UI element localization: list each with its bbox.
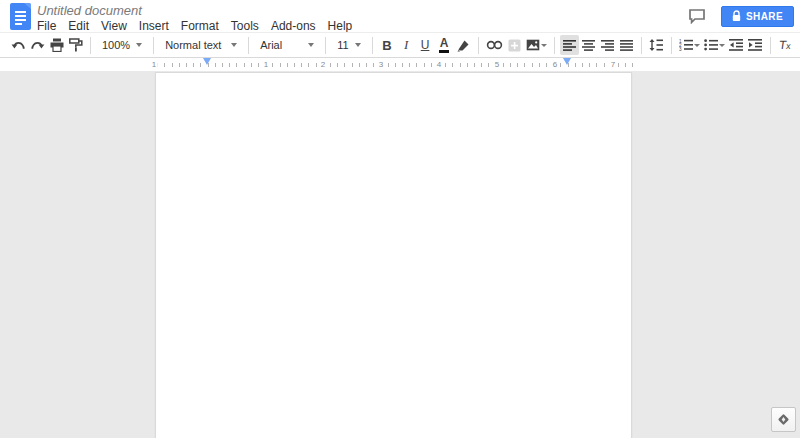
document-canvas [0,71,800,438]
toolbar-separator [641,37,642,54]
docs-logo-icon[interactable] [10,3,31,30]
chevron-down-icon [694,44,700,47]
ruler-scale: 1 1 2 3 4 5 6 7 [150,58,639,71]
chevron-down-icon [136,43,142,47]
align-center-button[interactable] [579,35,598,55]
editing-mode-select[interactable]: Editing [795,35,800,55]
ruler-number: 5 [493,59,501,70]
explore-button[interactable] [771,407,796,432]
toolbar-separator [478,37,479,54]
highlight-color-button[interactable] [454,35,473,55]
bold-icon: B [382,38,391,53]
underline-icon: U [421,38,430,52]
ruler-number: 1 [150,59,158,70]
ruler-number: 1 [262,59,270,70]
zoom-value: 100% [102,39,130,51]
toolbar-separator [248,37,249,54]
share-button-label: SHARE [746,11,783,22]
left-indent-marker[interactable] [203,58,211,65]
chevron-down-icon [719,44,725,47]
open-comments-button[interactable] [687,7,707,25]
numbered-list-icon: 1 2 3 [679,39,693,51]
increase-indent-button[interactable] [746,35,765,55]
text-color-icon: A [439,38,450,53]
zoom-select[interactable]: 100% [96,35,148,55]
print-icon [50,38,64,52]
underline-button[interactable]: U [416,35,435,55]
chevron-down-icon [308,43,314,47]
image-icon [526,39,540,51]
document-page[interactable] [155,72,632,438]
chevron-down-icon [231,43,237,47]
ruler[interactable]: 1 1 2 3 4 5 6 7 [0,58,800,71]
ruler-number: 3 [377,59,385,70]
paint-format-icon [69,38,83,52]
bulleted-list-button[interactable] [702,35,727,55]
toolbar-separator [153,37,154,54]
text-color-button[interactable]: A [435,35,454,55]
ruler-number: 4 [435,59,443,70]
increase-indent-icon [748,39,762,51]
line-spacing-icon [649,39,663,51]
chevron-down-icon [355,43,361,47]
clear-formatting-icon: Tx [778,38,792,52]
right-indent-marker[interactable] [563,58,571,65]
share-button[interactable]: SHARE [721,6,794,27]
toolbar-separator [770,37,771,54]
bold-button[interactable]: B [378,35,397,55]
numbered-list-button[interactable]: 1 2 3 [677,35,702,55]
paint-format-button[interactable] [66,35,85,55]
insert-comment-button[interactable] [505,35,524,55]
ruler-number: 7 [609,59,617,70]
align-left-button[interactable] [560,35,579,55]
italic-icon: I [404,37,408,53]
insert-image-button[interactable] [524,35,549,55]
toolbar: 100% Normal text Arial 11 B I U A [0,32,800,58]
title-bar: Untitled document File Edit View Insert … [0,0,800,32]
toolbar-separator [671,37,672,54]
toolbar-separator [90,37,91,54]
font-size-value: 11 [337,39,348,51]
decrease-indent-icon [729,39,743,51]
link-icon [486,40,503,50]
font-family-select[interactable]: Arial [254,35,320,55]
toolbar-separator [372,37,373,54]
ruler-number: 6 [551,59,559,70]
explore-icon [777,413,790,426]
undo-button[interactable] [9,35,28,55]
decrease-indent-button[interactable] [727,35,746,55]
toolbar-separator [325,37,326,54]
highlighter-icon [457,39,470,52]
clear-formatting-button[interactable]: Tx [776,35,795,55]
chevron-down-icon [541,44,547,47]
font-family-value: Arial [260,39,282,51]
google-docs-window: Untitled document File Edit View Insert … [0,0,800,438]
redo-icon [30,40,45,51]
align-left-icon [563,40,576,51]
align-right-button[interactable] [598,35,617,55]
paragraph-style-value: Normal text [165,39,221,51]
svg-text:3: 3 [679,47,682,51]
undo-icon [11,40,26,51]
redo-button[interactable] [28,35,47,55]
toolbar-separator [554,37,555,54]
insert-link-button[interactable] [484,35,505,55]
ruler-number: 2 [319,59,327,70]
line-spacing-button[interactable] [647,35,666,55]
lock-icon [732,10,741,22]
italic-button[interactable]: I [397,35,416,55]
comment-bubble-icon [688,8,706,24]
bulleted-list-icon [704,39,718,51]
justify-button[interactable] [617,35,636,55]
print-button[interactable] [47,35,66,55]
align-right-icon [601,40,614,51]
justify-icon [620,40,633,51]
font-size-select[interactable]: 11 [331,35,366,55]
paragraph-style-select[interactable]: Normal text [159,35,243,55]
document-title[interactable]: Untitled document [37,4,352,18]
add-comment-icon [508,39,521,52]
align-center-icon [582,40,595,51]
